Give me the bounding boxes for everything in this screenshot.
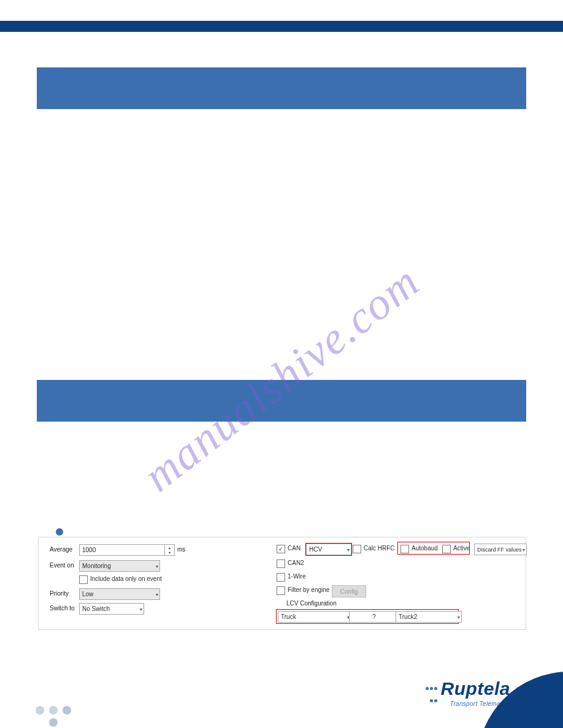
event-on-label: Event on (50, 562, 74, 569)
config-screenshot: Average 1000 ▴ ▾ ms Event on Monitoring … (38, 537, 526, 630)
calc-hrfc-label: Calc HRFC (364, 545, 395, 552)
logo-dots-icon (425, 681, 438, 705)
chevron-down-icon: ▾ (523, 547, 525, 552)
section-bar-1 (37, 67, 526, 109)
priority-label: Priority (50, 590, 69, 597)
filter-engine-label: Filter by engine (288, 586, 329, 593)
onewire-checkbox[interactable] (277, 573, 285, 582)
can-mode-select[interactable]: HCV ▾ (306, 544, 351, 555)
average-label: Average (50, 546, 72, 553)
switch-to-select[interactable]: No Switch ▾ (79, 603, 144, 615)
calc-hrfc-checkbox[interactable] (353, 545, 361, 553)
dot-icon (49, 718, 58, 727)
lcv-question-value: ? (372, 613, 376, 620)
active-label: Active (453, 545, 470, 552)
chevron-down-icon: ▾ (458, 614, 460, 620)
footer-arc (459, 654, 563, 728)
dot-icon (49, 706, 58, 715)
chevron-down-icon: ▾ (347, 547, 350, 552)
average-spinner[interactable]: ▴ ▾ (164, 545, 174, 555)
lcv-group-select[interactable]: Truck ▾ (278, 611, 351, 623)
can-mode-value: HCV (309, 546, 322, 553)
onewire-label: 1-Wire (288, 573, 305, 580)
switch-to-value: No Switch (82, 605, 110, 612)
bullet-dot (56, 528, 63, 536)
include-checkbox[interactable] (79, 575, 88, 584)
can-checkbox[interactable]: ✓ (277, 545, 285, 553)
switch-to-label: Switch to (50, 605, 75, 612)
chevron-down-icon: ▾ (140, 606, 142, 612)
discard-value: Discard FF values (477, 547, 522, 553)
priority-select[interactable]: Low ▾ (79, 588, 160, 600)
lcv-heading: LCV Configuration (286, 600, 337, 607)
include-label: Include data only on event (90, 575, 162, 582)
average-field[interactable]: 1000 ▴ ▾ (79, 544, 175, 556)
lcv-group-value: Truck (281, 613, 296, 620)
spin-down-icon[interactable]: ▾ (165, 550, 174, 556)
priority-value: Low (82, 591, 93, 597)
discard-select[interactable]: Discard FF values ▾ (474, 544, 527, 555)
can2-checkbox[interactable] (277, 559, 285, 568)
autobaud-checkbox[interactable] (400, 545, 409, 553)
chevron-down-icon: ▾ (156, 563, 158, 569)
dot-icon (63, 706, 71, 715)
average-value: 1000 (82, 547, 96, 553)
watermark: manualshive.com (134, 255, 429, 502)
lcv-question-field[interactable]: ? (349, 611, 399, 623)
chevron-down-icon: ▾ (156, 591, 158, 597)
section-bar-2 (37, 380, 526, 422)
can2-label: CAN2 (288, 559, 304, 566)
filter-engine-checkbox[interactable] (277, 586, 285, 595)
event-on-select[interactable]: Monitoring ▾ (79, 560, 160, 572)
spin-up-icon[interactable]: ▴ (165, 545, 174, 550)
dot-icon (36, 706, 44, 715)
lcv-sub-select[interactable]: Truck2 ▾ (396, 611, 462, 623)
can-label: CAN (288, 545, 301, 552)
active-checkbox[interactable] (442, 545, 451, 553)
top-strip (0, 21, 563, 32)
event-on-value: Monitoring (82, 563, 111, 569)
config-button[interactable]: Config (332, 585, 366, 597)
average-unit: ms (177, 546, 185, 553)
autobaud-label: Autobaud (412, 545, 438, 552)
lcv-sub-value: Truck2 (399, 613, 417, 620)
